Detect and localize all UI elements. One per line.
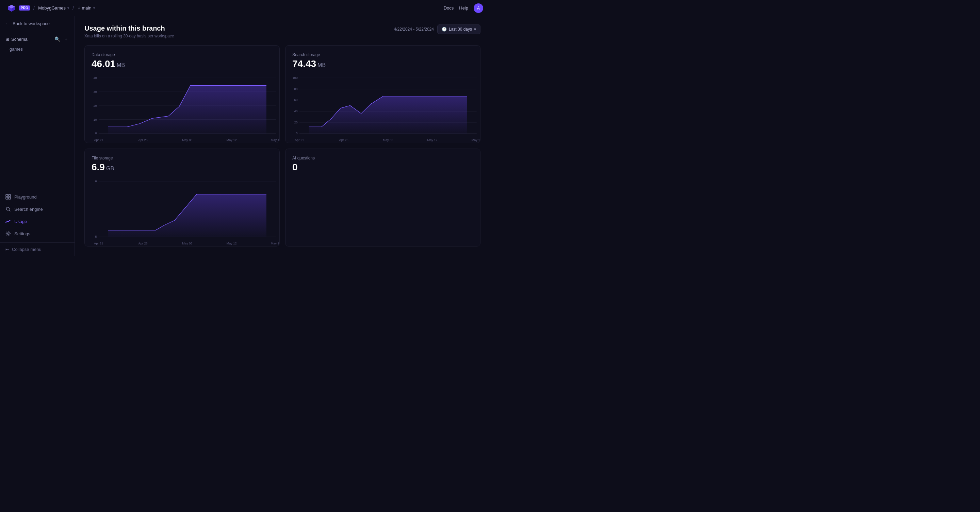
svg-text:0: 0 (296, 132, 298, 135)
page-subtitle: Xata bills on a rolling 30-day basis per… (84, 34, 174, 38)
date-filter-button[interactable]: 🕐 Last 30 days ▾ (437, 24, 480, 34)
svg-text:Apr 21: Apr 21 (94, 242, 103, 245)
help-link[interactable]: Help (459, 5, 468, 11)
settings-icon (5, 231, 11, 236)
usage-label: Usage (14, 219, 27, 224)
back-arrow-icon: ← (5, 21, 10, 26)
svg-text:Apr 28: Apr 28 (138, 242, 148, 245)
sidebar: ← Back to workspace ⊞ Schema 🔍 ＋ games (0, 16, 75, 256)
stat-value-data-storage: 46.01MB (92, 59, 272, 69)
svg-rect-3 (8, 197, 11, 199)
page-header-left: Usage within this branch Xata bills on a… (84, 24, 174, 38)
svg-text:6: 6 (95, 179, 97, 182)
stat-value-ai-questions: 0 (292, 162, 473, 173)
schema-title: ⊞ Schema (5, 37, 27, 42)
page-header-right: 4/22/2024 - 5/22/2024 🕐 Last 30 days ▾ (394, 24, 480, 34)
top-nav: PRO / MobygGames ▾ / ⑂ main ▾ Docs Help … (0, 0, 490, 16)
svg-text:20: 20 (294, 121, 298, 124)
stat-label-search-storage: Search storage (292, 52, 473, 57)
collapse-icon: ⇤ (5, 247, 9, 252)
user-avatar[interactable]: A (474, 3, 483, 13)
svg-rect-0 (6, 195, 8, 197)
nav-sep-1: / (33, 5, 35, 11)
svg-text:May 05: May 05 (383, 139, 393, 142)
search-schema-button[interactable]: 🔍 (54, 35, 61, 43)
svg-text:May 19: May 19 (472, 139, 480, 142)
games-db-item[interactable]: games (5, 45, 69, 53)
stat-card-file-storage: File storage 6.9GB 65 Apr 21Apr 28May 05… (84, 149, 280, 246)
branch-icon: ⑂ (78, 5, 80, 11)
playground-icon (5, 194, 11, 200)
stat-card-search-storage: Search storage 74.43MB 100806040200 Apr … (285, 45, 480, 143)
svg-text:40: 40 (294, 109, 298, 113)
svg-text:20: 20 (94, 104, 97, 107)
date-range-display: 4/22/2024 - 5/22/2024 (394, 27, 434, 32)
svg-text:May 05: May 05 (182, 242, 192, 245)
stat-label-ai-questions: AI questions (292, 156, 473, 160)
schema-grid-icon: ⊞ (5, 37, 9, 42)
page-header: Usage within this branch Xata bills on a… (84, 24, 480, 38)
schema-section: ⊞ Schema 🔍 ＋ games (0, 31, 75, 55)
svg-text:5: 5 (95, 235, 97, 238)
svg-marker-39 (309, 96, 467, 134)
nav-sep-2: / (73, 5, 74, 11)
svg-text:30: 30 (94, 90, 97, 93)
stat-card-data-storage: Data storage 46.01MB 403020100 Apr 21Apr… (84, 45, 280, 143)
sidebar-item-search-engine[interactable]: Search engine (0, 203, 75, 215)
sidebar-item-usage[interactable]: Usage (0, 215, 75, 227)
main-content: Usage within this branch Xata bills on a… (75, 16, 490, 256)
svg-text:0: 0 (95, 132, 97, 135)
stat-label-file-storage: File storage (92, 156, 272, 160)
svg-text:May 12: May 12 (226, 139, 237, 142)
stats-grid: Data storage 46.01MB 403020100 Apr 21Apr… (84, 45, 480, 246)
stat-value-search-storage: 74.43MB (292, 59, 473, 69)
chart-ai-questions (285, 178, 480, 205)
page-title: Usage within this branch (84, 24, 174, 32)
stat-value-file-storage: 6.9GB (92, 162, 272, 173)
collapse-menu-button[interactable]: ⇤ Collapse menu (0, 243, 75, 256)
branch-selector[interactable]: ⑂ main ▾ (78, 5, 95, 11)
svg-text:Apr 21: Apr 21 (295, 139, 304, 142)
svg-text:May 12: May 12 (427, 139, 437, 142)
svg-marker-49 (108, 194, 266, 237)
chart-file-storage: 65 Apr 21Apr 28May 05May 12May 19 (85, 178, 279, 246)
svg-rect-2 (6, 197, 8, 199)
svg-text:Apr 21: Apr 21 (94, 139, 103, 142)
svg-text:100: 100 (292, 76, 298, 79)
usage-icon (5, 219, 11, 224)
svg-text:10: 10 (94, 118, 97, 121)
chart-data-storage: 403020100 Apr 21Apr 28May 05May 12May 19 (85, 75, 279, 143)
sidebar-nav: Playground Search engine (0, 188, 75, 243)
playground-label: Playground (14, 195, 37, 200)
sidebar-item-playground[interactable]: Playground (0, 191, 75, 203)
back-to-workspace[interactable]: ← Back to workspace (0, 16, 75, 31)
svg-text:40: 40 (94, 76, 97, 79)
pro-badge: PRO (19, 5, 30, 11)
sidebar-item-settings[interactable]: Settings (0, 227, 75, 240)
docs-link[interactable]: Docs (444, 5, 454, 11)
svg-text:Apr 28: Apr 28 (138, 139, 148, 142)
filter-chevron-icon: ▾ (474, 27, 476, 32)
svg-text:May 19: May 19 (271, 139, 279, 142)
add-table-button[interactable]: ＋ (63, 35, 69, 43)
svg-text:May 05: May 05 (182, 139, 192, 142)
chart-search-storage: 100806040200 Apr 21Apr 28May 05May 12May… (285, 75, 480, 143)
main-layout: ← Back to workspace ⊞ Schema 🔍 ＋ games (0, 16, 490, 256)
search-engine-label: Search engine (14, 207, 43, 212)
svg-text:Apr 28: Apr 28 (339, 139, 348, 142)
xata-logo[interactable] (7, 3, 16, 13)
svg-text:May 12: May 12 (226, 242, 237, 245)
svg-text:80: 80 (294, 87, 298, 90)
clock-icon: 🕐 (442, 27, 447, 32)
svg-point-5 (8, 233, 9, 235)
stat-card-ai-questions: AI questions 0 (285, 149, 480, 246)
svg-marker-21 (108, 85, 266, 133)
workspace-selector[interactable]: MobygGames ▾ (38, 5, 69, 11)
svg-rect-1 (8, 195, 11, 197)
nav-right: Docs Help A (444, 3, 483, 13)
stat-label-data-storage: Data storage (92, 52, 272, 57)
settings-label: Settings (14, 231, 30, 236)
workspace-chevron: ▾ (67, 6, 69, 10)
svg-text:60: 60 (294, 98, 298, 101)
svg-text:May 19: May 19 (271, 242, 279, 245)
